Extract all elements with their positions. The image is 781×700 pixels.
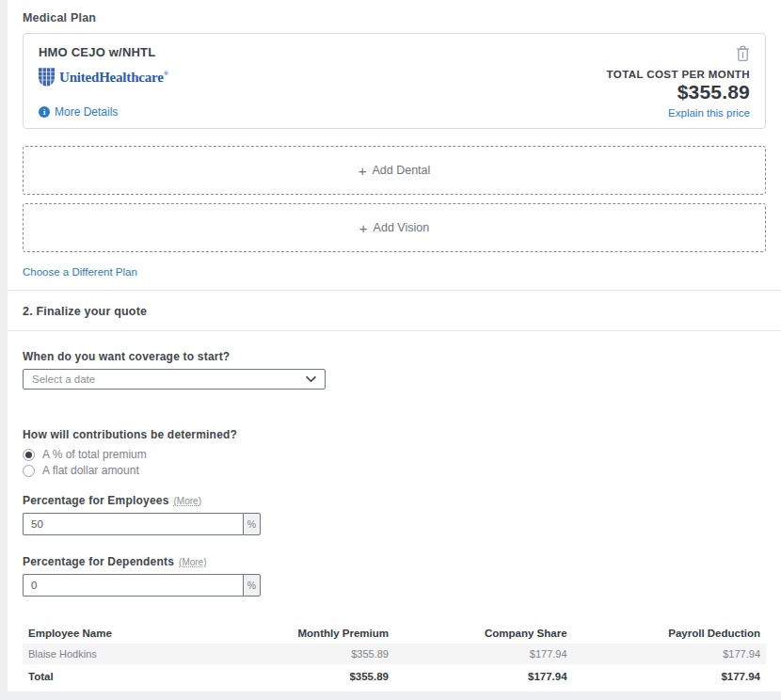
dependents-percentage-input[interactable] (23, 574, 243, 597)
add-dental-label: Add Dental (372, 164, 430, 177)
carrier-name: UnitedHealthcare® (59, 70, 168, 86)
chevron-down-icon (306, 376, 316, 383)
add-dental-button[interactable]: + Add Dental (23, 146, 766, 195)
coverage-start-question: When do you want coverage to start? (23, 350, 766, 363)
medical-plan-heading: Medical Plan (23, 0, 766, 24)
add-vision-button[interactable]: + Add Vision (23, 203, 766, 252)
col-payroll-deduction: Payroll Deduction (573, 623, 766, 644)
registered-mark: ® (164, 70, 168, 77)
employees-more-link[interactable]: (More) (174, 496, 201, 506)
total-payroll-deduction-cell: $177.94 (573, 664, 766, 689)
plus-icon: + (359, 220, 368, 236)
main-panel: Medical Plan HMO CEJO w/NHTL (8, 0, 781, 692)
trash-icon (736, 49, 750, 65)
section-divider (8, 330, 781, 331)
employee-cost-table: Employee Name Monthly Premium Company Sh… (23, 623, 766, 689)
payroll-deduction-cell: $177.94 (573, 644, 766, 664)
contribution-radio-group: A % of total premium A flat dollar amoun… (23, 448, 766, 477)
add-vision-label: Add Vision (374, 221, 430, 234)
more-details-label: More Details (55, 105, 118, 119)
total-label-cell: Total (23, 664, 253, 689)
delete-plan-button[interactable] (736, 45, 750, 62)
radio-selected-icon (23, 449, 35, 461)
more-details-link[interactable]: i More Details (39, 105, 168, 119)
table-row: Blaise Hodkins $355.89 $177.94 $177.94 (23, 644, 766, 664)
unitedhealthcare-shield-icon (39, 68, 55, 88)
contributions-question: How will contributions be determined? (23, 428, 766, 441)
total-company-share-cell: $177.94 (394, 664, 573, 689)
dependents-percentage-label: Percentage for Dependents (23, 555, 174, 568)
info-icon: i (39, 106, 50, 118)
total-cost-label: TOTAL COST PER MONTH (607, 69, 750, 80)
plan-name: HMO CEJO w/NHTL (39, 45, 168, 59)
employees-percentage-input[interactable] (23, 513, 243, 535)
plus-icon: + (359, 163, 367, 179)
radio-flat-dollar[interactable]: A flat dollar amount (23, 464, 766, 477)
table-total-row: Total $355.89 $177.94 $177.94 (23, 664, 766, 689)
carrier-logo: UnitedHealthcare® (39, 68, 168, 88)
finalize-quote-heading: 2. Finalize your quote (23, 291, 766, 330)
select-value: Select a date (32, 374, 95, 385)
percent-suffix: % (243, 574, 261, 597)
total-cost-value: $355.89 (677, 81, 750, 103)
monthly-premium-cell: $355.89 (253, 644, 394, 664)
col-company-share: Company Share (394, 623, 573, 644)
dependents-more-link[interactable]: (More) (179, 557, 206, 567)
choose-different-plan-link[interactable]: Choose a Different Plan (23, 266, 137, 278)
percent-suffix: % (243, 513, 261, 535)
table-header-row: Employee Name Monthly Premium Company Sh… (23, 623, 766, 644)
radio-percent-of-premium[interactable]: A % of total premium (23, 448, 766, 461)
radio-unselected-icon (23, 465, 35, 477)
col-employee-name: Employee Name (23, 623, 253, 644)
explain-price-link[interactable]: Explain this price (668, 107, 750, 119)
total-premium-cell: $355.89 (253, 664, 394, 689)
employees-percentage-label: Percentage for Employees (23, 494, 169, 507)
employee-name-cell: Blaise Hodkins (23, 644, 253, 664)
col-monthly-premium: Monthly Premium (253, 623, 394, 644)
medical-plan-card: HMO CEJO w/NHTL UnitedHealth (23, 33, 766, 129)
company-share-cell: $177.94 (394, 644, 573, 664)
coverage-date-select[interactable]: Select a date (23, 369, 326, 390)
